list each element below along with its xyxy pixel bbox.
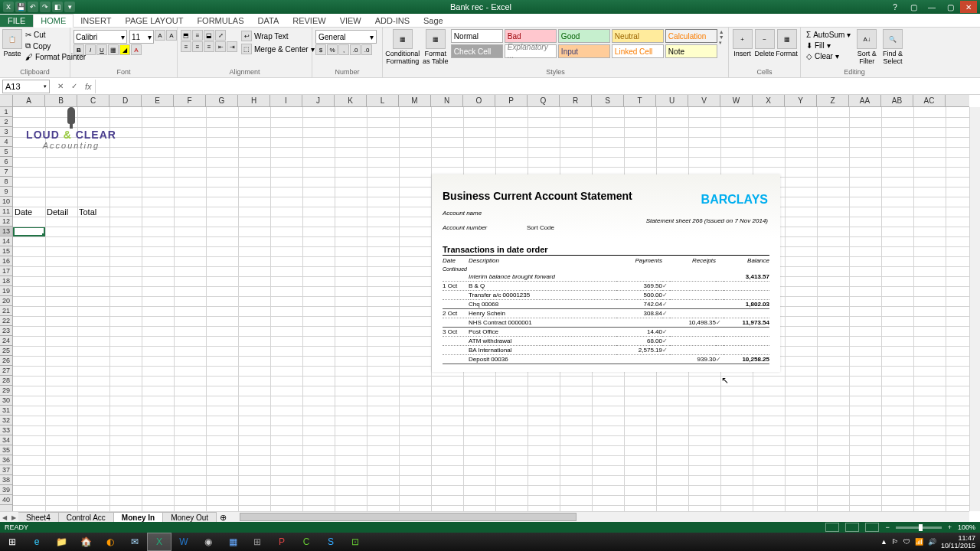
number-format-combo[interactable]: General▾ [315, 30, 377, 44]
align-left-icon[interactable]: ≡ [181, 41, 191, 52]
column-headers[interactable]: ABCDEFGHIJKLMNOPQRSTUVWXYZAAABAC [13, 95, 969, 107]
tab-sage[interactable]: Sage [416, 15, 450, 27]
redo-icon[interactable]: ↷ [40, 2, 51, 12]
accounting-icon[interactable]: $ [315, 44, 326, 55]
row-header[interactable]: 23 [0, 326, 12, 336]
col-header[interactable]: V [688, 95, 720, 106]
col-header[interactable]: S [592, 95, 624, 106]
col-header[interactable]: A [13, 95, 45, 106]
style-good[interactable]: Good [558, 29, 610, 43]
grow-font-icon[interactable]: A [155, 30, 165, 41]
col-header[interactable]: R [560, 95, 592, 106]
add-sheet-icon[interactable]: ⊕ [217, 513, 229, 523]
col-header[interactable]: F [174, 95, 206, 106]
row-header[interactable]: 22 [0, 316, 12, 326]
home-icon[interactable]: 🏠 [74, 533, 98, 551]
mail-icon[interactable]: ✉ [122, 533, 147, 551]
row-header[interactable]: 11 [0, 207, 12, 217]
row-header[interactable]: 26 [0, 356, 12, 366]
col-header[interactable]: D [109, 95, 142, 106]
enter-formula-icon[interactable]: ✓ [68, 80, 80, 93]
row-header[interactable]: 20 [0, 296, 12, 306]
row-header[interactable]: 9 [0, 187, 12, 197]
row-header[interactable]: 34 [0, 435, 12, 445]
fx-icon[interactable]: fx [85, 82, 92, 91]
bank-statement-image[interactable]: Business Current Account Statement BARCL… [432, 174, 780, 372]
sheet-tab[interactable]: Money Out [163, 512, 217, 522]
paste-button[interactable]: 📋Paste [2, 29, 22, 57]
col-header[interactable]: B [45, 95, 77, 106]
volume-icon[interactable]: 🔊 [928, 538, 936, 546]
row-header[interactable]: 10 [0, 197, 12, 207]
row-header[interactable]: 28 [0, 376, 12, 386]
horizontal-scrollbar[interactable] [232, 512, 969, 522]
name-box[interactable]: A13▾ [2, 80, 50, 93]
sheet-tab[interactable]: Sheet4 [18, 512, 59, 522]
row-header[interactable]: 38 [0, 475, 12, 485]
close-button[interactable]: ✕ [960, 1, 977, 13]
clock-time[interactable]: 11:47 [941, 534, 975, 542]
row-header[interactable]: 29 [0, 386, 12, 396]
app-icon[interactable]: ◉ [196, 533, 220, 551]
wrap-text-button[interactable]: ↩Wrap Text [239, 30, 317, 42]
style-linked-cell[interactable]: Linked Cell [612, 44, 664, 58]
col-header[interactable]: Y [785, 95, 817, 106]
active-cell[interactable] [13, 227, 45, 236]
shrink-font-icon[interactable]: A [166, 30, 177, 41]
sheet-nav-prev-icon[interactable]: ◀ [0, 514, 9, 521]
styles-up-icon[interactable]: ▲ [719, 29, 726, 34]
autosum-button[interactable]: ΣAutoSum▾ [804, 30, 853, 40]
formula-input[interactable] [95, 80, 980, 93]
row-header[interactable]: 4 [0, 137, 12, 147]
word-icon[interactable]: W [172, 533, 196, 551]
style-note[interactable]: Note [665, 44, 717, 58]
zoom-slider[interactable] [896, 527, 942, 529]
col-header[interactable]: L [367, 95, 399, 106]
style-explanatory[interactable]: Explanatory ... [505, 44, 557, 58]
file-tab[interactable]: FILE [0, 15, 33, 27]
align-top-icon[interactable]: ⬒ [181, 30, 191, 41]
format-as-table-button[interactable]: ▦Format as Table [420, 29, 451, 65]
align-bottom-icon[interactable]: ⬓ [204, 30, 214, 41]
col-header[interactable]: O [463, 95, 495, 106]
col-header[interactable]: E [142, 95, 174, 106]
col-header[interactable]: J [302, 95, 335, 106]
style-input[interactable]: Input [558, 44, 610, 58]
network-icon[interactable]: 📶 [915, 538, 923, 546]
col-header[interactable]: N [431, 95, 463, 106]
page-break-view-icon[interactable] [865, 523, 879, 532]
style-normal[interactable]: Normal [451, 29, 503, 43]
row-header[interactable]: 12 [0, 217, 12, 227]
row-header[interactable]: 27 [0, 366, 12, 376]
start-button[interactable]: ⊞ [0, 533, 24, 551]
conditional-formatting-button[interactable]: ▦Conditional Formatting [385, 29, 420, 65]
app-icon[interactable]: ◐ [98, 533, 122, 551]
cell-styles-gallery[interactable]: Normal Bad Good Neutral Calculation Chec… [451, 29, 717, 58]
maximize-button[interactable]: ▢ [942, 1, 959, 13]
vertical-scrollbar[interactable] [969, 107, 980, 511]
comma-icon[interactable]: , [338, 44, 349, 55]
zoom-out-icon[interactable]: − [885, 523, 889, 531]
row-headers[interactable]: 1234567891011121314151617181920212223242… [0, 107, 13, 511]
row-header[interactable]: 36 [0, 455, 12, 465]
merge-center-button[interactable]: ⬚Merge & Center▾ [239, 43, 317, 55]
row-header[interactable]: 3 [0, 127, 12, 137]
row-header[interactable]: 25 [0, 346, 12, 356]
bold-icon[interactable]: B [74, 44, 84, 55]
border-icon[interactable]: ▦ [108, 44, 119, 55]
font-size-combo[interactable]: 11▾ [129, 30, 154, 44]
tab-view[interactable]: VIEW [333, 15, 368, 27]
tab-addins[interactable]: ADD-INS [368, 15, 416, 27]
row-header[interactable]: 1 [0, 107, 12, 117]
app-icon[interactable]: ⊡ [343, 533, 368, 551]
style-bad[interactable]: Bad [505, 29, 557, 43]
minimize-button[interactable]: — [923, 1, 940, 13]
fill-button[interactable]: ⬇Fill▾ [804, 41, 853, 51]
app-icon[interactable]: ▦ [220, 533, 245, 551]
sort-filter-button[interactable]: A↓Sort & Filter [854, 29, 880, 65]
clock-date[interactable]: 10/11/2015 [941, 542, 975, 549]
excel-taskbar-icon[interactable]: X [147, 533, 172, 551]
row-header[interactable]: 16 [0, 256, 12, 266]
col-header[interactable]: H [238, 95, 270, 106]
sheet-tab-active[interactable]: Money In [114, 512, 163, 522]
